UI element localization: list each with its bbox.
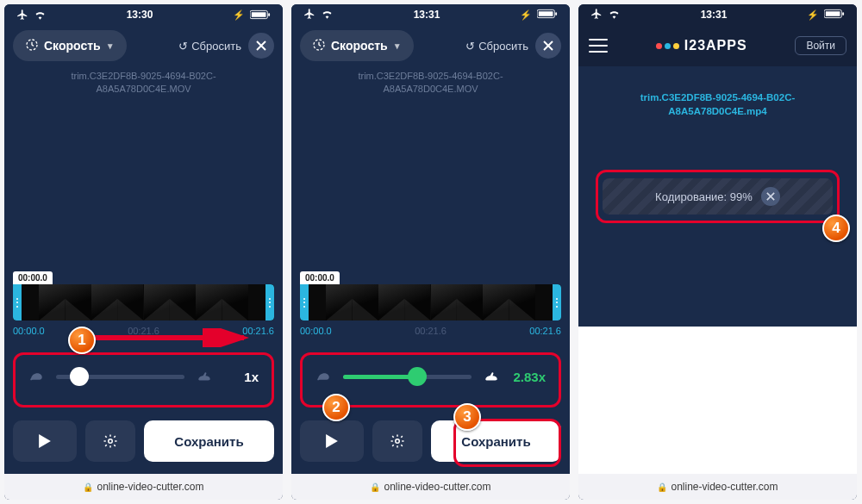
status-time: 13:30: [127, 9, 153, 21]
bluetooth-icon: ⚡: [520, 9, 532, 21]
login-button[interactable]: Войти: [795, 36, 846, 55]
timeline: 00:00.0 00:00.0 00:21.6 00:21.6: [291, 269, 570, 336]
speed-dropdown[interactable]: Скорость ▼: [300, 30, 414, 61]
encoding-label: Кодирование: 99%: [655, 190, 753, 203]
speed-slider[interactable]: [56, 375, 184, 379]
svg-rect-2: [252, 12, 266, 17]
wifi-icon: [321, 9, 334, 22]
annotation-badge-4: 4: [822, 215, 850, 242]
svg-rect-8: [539, 11, 553, 16]
timeline-start-label: 00:00.0: [300, 271, 340, 284]
chevron-down-icon: ▼: [393, 41, 402, 51]
reset-button[interactable]: ↺ Сбросить: [178, 40, 241, 53]
airplane-icon: [16, 9, 28, 21]
wifi-icon: [34, 9, 47, 20]
play-button[interactable]: [13, 420, 77, 462]
status-bar: 13:31 ⚡: [291, 4, 570, 25]
play-button[interactable]: [300, 420, 364, 462]
speed-value: 1x: [224, 370, 259, 384]
svg-rect-12: [842, 12, 844, 16]
editor-toolbar: Скорость ▼ ↺ Сбросить: [4, 25, 283, 66]
trim-handle-left[interactable]: [300, 284, 309, 320]
svg-point-10: [396, 439, 400, 444]
lock-icon: 🔒: [657, 482, 667, 492]
speed-slider-panel: 1x: [13, 352, 274, 401]
encoding-progress: Кодирование: 99%: [603, 178, 833, 215]
filename-label: trim.C3E2DF8B-9025-4694-B02C- A8A5A78D0C…: [578, 90, 857, 118]
trim-handle-right[interactable]: [553, 284, 561, 320]
svg-rect-1: [268, 13, 270, 16]
airplane-icon: [590, 8, 603, 22]
undo-icon: ↺: [465, 40, 475, 53]
timeline-strip[interactable]: [13, 284, 274, 320]
speed-slider-panel: 2.83x: [300, 352, 561, 401]
svg-rect-7: [555, 12, 557, 16]
logo: I23APPS: [616, 38, 786, 53]
svg-point-4: [109, 439, 113, 444]
tl-time-left: 00:00.0: [13, 326, 45, 336]
screenshot-3: 13:31 ⚡ I23APPS Войти trim.C3E2DF8B-9025…: [578, 4, 857, 500]
undo-icon: ↺: [178, 40, 188, 53]
save-button[interactable]: Сохранить: [144, 420, 274, 462]
settings-button[interactable]: [372, 420, 422, 462]
url-text: online-video-cutter.com: [97, 481, 203, 493]
battery-icon: [537, 9, 558, 22]
hamburger-icon[interactable]: [589, 39, 608, 53]
timeline: 00:00.0 00:00.0 00:21.6 00:21.6: [4, 269, 283, 336]
close-button[interactable]: [248, 33, 274, 59]
filename-label: trim.C3E2DF8B-9025-4694-B02C- A8A5A78D0C…: [4, 70, 283, 96]
speed-dropdown[interactable]: Скорость ▼: [13, 30, 127, 61]
status-time: 13:31: [701, 9, 728, 21]
close-button[interactable]: [535, 33, 561, 59]
speed-slider[interactable]: [343, 375, 472, 379]
status-bar: 13:30 ⚡: [4, 4, 283, 25]
cancel-encoding-button[interactable]: [761, 187, 780, 206]
timeline-strip[interactable]: [300, 284, 561, 320]
bottom-bar: Сохранить: [291, 401, 570, 474]
airplane-icon: [303, 8, 315, 22]
timeline-start-label: 00:00.0: [13, 271, 53, 284]
chevron-down-icon: ▼: [106, 41, 115, 51]
screenshot-2: 13:31 ⚡ Скорость ▼ ↺ Сбросить trim.C3E2D…: [291, 4, 570, 500]
battery-icon: [824, 9, 845, 22]
svg-rect-13: [826, 11, 840, 16]
editor-toolbar: Скорость ▼ ↺ Сбросить: [291, 25, 570, 66]
tl-time-right: 00:21.6: [242, 326, 274, 336]
turtle-icon: [315, 370, 331, 383]
speed-icon: [25, 38, 39, 54]
lock-icon: 🔒: [83, 482, 93, 492]
lock-icon: 🔒: [370, 482, 380, 492]
tl-time-right: 00:21.6: [529, 326, 561, 336]
speed-value: 2.83x: [511, 370, 546, 384]
screenshot-1: 13:30 ⚡ Скорость ▼ ↺ Сбросить trim.C3E2D…: [4, 4, 283, 500]
rabbit-icon: [484, 370, 499, 383]
filename-label: trim.C3E2DF8B-9025-4694-B02C- A8A5A78D0C…: [291, 70, 570, 96]
trim-handle-right[interactable]: [265, 284, 274, 320]
wifi-icon: [608, 9, 621, 22]
tl-time-mid: 00:21.6: [128, 326, 159, 336]
reset-button[interactable]: ↺ Сбросить: [465, 40, 528, 53]
browser-url-bar[interactable]: 🔒 online-video-cutter.com: [4, 474, 283, 500]
turtle-icon: [28, 370, 44, 383]
bluetooth-icon: ⚡: [807, 9, 819, 21]
apps-header: I23APPS Войти: [578, 25, 857, 66]
settings-button[interactable]: [85, 420, 135, 462]
tl-time-left: 00:00.0: [300, 326, 332, 336]
speed-label: Скорость: [44, 39, 101, 53]
status-time: 13:31: [414, 9, 440, 21]
browser-url-bar[interactable]: 🔒 online-video-cutter.com: [291, 474, 570, 500]
tl-time-mid: 00:21.6: [415, 326, 447, 336]
trim-handle-left[interactable]: [13, 284, 22, 320]
white-area: [578, 327, 857, 474]
speed-icon: [312, 38, 326, 54]
status-bar: 13:31 ⚡: [578, 4, 857, 25]
slider-thumb[interactable]: [70, 367, 89, 386]
slider-thumb[interactable]: [408, 367, 427, 386]
rabbit-icon: [197, 370, 212, 383]
bottom-bar: Сохранить: [4, 401, 283, 474]
browser-url-bar[interactable]: 🔒 online-video-cutter.com: [578, 474, 857, 500]
save-button[interactable]: Сохранить: [431, 420, 561, 462]
bluetooth-icon: ⚡: [233, 9, 245, 21]
battery-icon: [250, 9, 271, 20]
